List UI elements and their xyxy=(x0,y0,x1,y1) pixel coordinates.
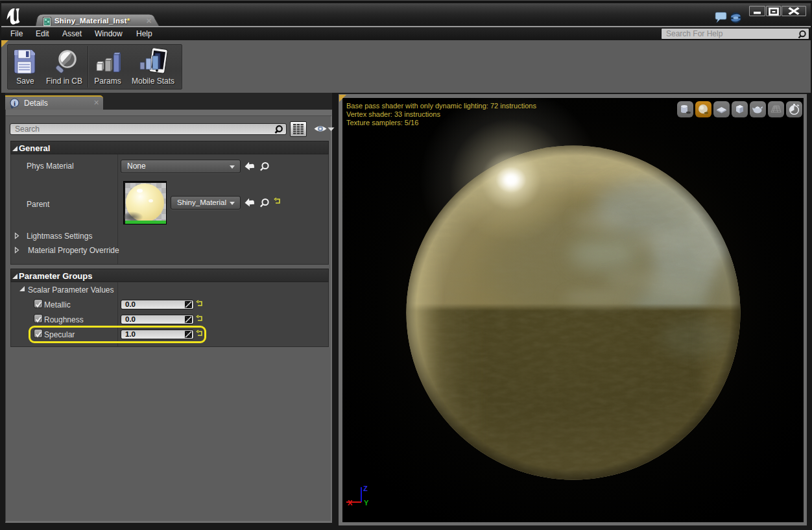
svg-text:Z: Z xyxy=(363,485,368,492)
svg-text:Y: Y xyxy=(364,499,369,507)
svg-text:X: X xyxy=(348,499,353,507)
svg-text:i: i xyxy=(14,99,16,107)
